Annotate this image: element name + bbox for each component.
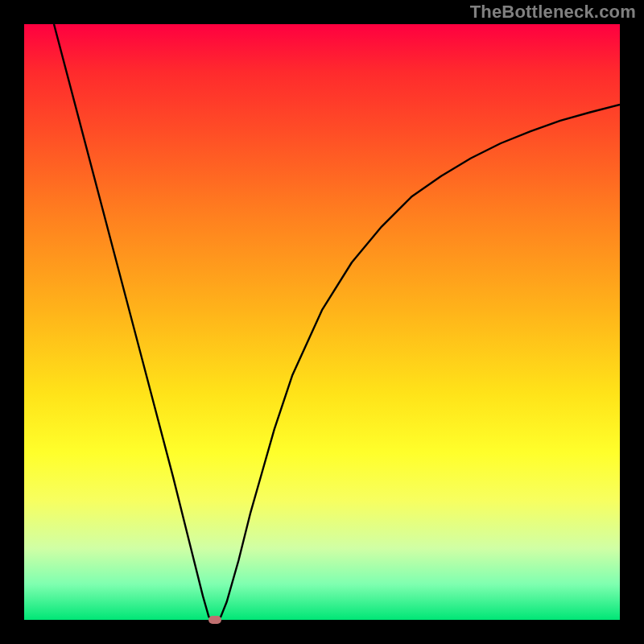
curve-svg [24, 24, 620, 620]
watermark-text: TheBottleneck.com [470, 2, 636, 23]
optimum-marker [208, 616, 221, 624]
plot-area [24, 24, 620, 620]
chart-frame: TheBottleneck.com [0, 0, 644, 644]
bottleneck-curve [54, 24, 620, 620]
